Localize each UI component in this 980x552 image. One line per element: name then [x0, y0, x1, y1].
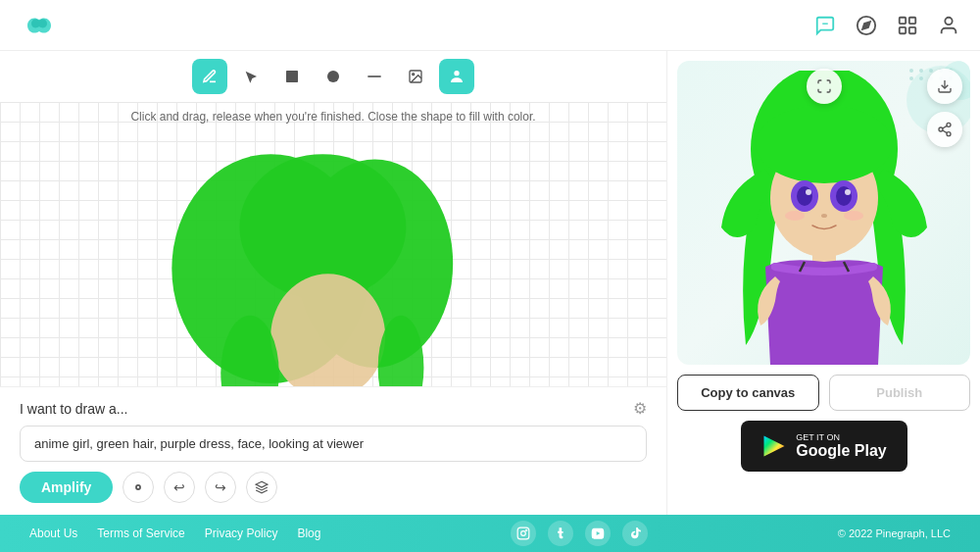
- action-buttons: Copy to canvas Publish: [677, 375, 970, 411]
- prompt-input[interactable]: [20, 426, 647, 462]
- rectangle-tool-button[interactable]: [274, 59, 310, 94]
- toolbar: [0, 51, 666, 102]
- menu-icon[interactable]: [896, 14, 919, 37]
- footer-copyright: © 2022 Pinegraph, LLC: [838, 527, 951, 539]
- google-play-badge[interactable]: GET IT ON Google Play: [741, 421, 907, 472]
- youtube-icon[interactable]: [585, 521, 611, 546]
- svg-rect-8: [286, 71, 298, 82]
- footer: About Us Terms of Service Privacy Policy…: [0, 515, 980, 552]
- footer-link-blog[interactable]: Blog: [297, 527, 320, 540]
- prompt-panel: I want to draw a... ⚙ Amplify ↩ ↪: [0, 386, 666, 515]
- footer-link-terms[interactable]: Terms of Service: [97, 527, 184, 540]
- svg-point-58: [526, 529, 527, 530]
- select-tool-button[interactable]: [233, 59, 269, 94]
- svg-rect-5: [900, 26, 906, 32]
- svg-rect-6: [909, 26, 915, 32]
- character-tool-button[interactable]: [439, 59, 474, 94]
- svg-line-54: [943, 130, 948, 133]
- tumblr-icon[interactable]: [548, 521, 573, 546]
- prompt-label: I want to draw a... ⚙: [20, 399, 647, 418]
- svg-line-55: [943, 125, 948, 128]
- preview-container: [677, 61, 970, 365]
- svg-point-45: [785, 211, 805, 221]
- main-content: Click and drag, release when you're fini…: [0, 51, 980, 515]
- footer-link-about[interactable]: About Us: [29, 527, 77, 540]
- footer-link-privacy[interactable]: Privacy Policy: [205, 527, 278, 540]
- svg-point-37: [756, 105, 893, 183]
- expand-button[interactable]: [807, 69, 842, 104]
- svg-point-52: [939, 127, 943, 131]
- tiktok-icon[interactable]: [622, 521, 648, 546]
- pen-tool-button[interactable]: [192, 59, 227, 94]
- copy-to-canvas-button[interactable]: Copy to canvas: [677, 375, 819, 411]
- google-play-store-text: Google Play: [796, 442, 886, 460]
- publish-button[interactable]: Publish: [829, 375, 971, 411]
- svg-point-51: [947, 123, 951, 126]
- svg-point-43: [845, 189, 851, 195]
- svg-point-12: [413, 74, 415, 75]
- header: [0, 0, 980, 51]
- header-icons: [813, 14, 960, 37]
- svg-point-40: [797, 186, 812, 206]
- compass-icon[interactable]: [855, 14, 878, 37]
- footer-social: [511, 521, 648, 546]
- svg-point-7: [945, 17, 952, 24]
- google-play-pre-text: GET IT ON: [796, 432, 886, 442]
- generate-button[interactable]: [246, 472, 277, 503]
- preview-top-controls: [807, 69, 842, 104]
- right-panel: Copy to canvas Publish GET IT ON: [666, 51, 980, 515]
- download-button[interactable]: [927, 69, 962, 104]
- svg-point-9: [327, 71, 339, 82]
- preview-controls: [927, 69, 962, 147]
- canvas-sketch: [0, 102, 666, 386]
- prompt-actions: Amplify ↩ ↪: [20, 472, 647, 503]
- logo[interactable]: [20, 12, 59, 39]
- svg-point-42: [806, 189, 811, 195]
- amplify-button[interactable]: Amplify: [20, 472, 113, 503]
- svg-point-46: [844, 211, 863, 221]
- svg-rect-56: [517, 527, 529, 539]
- user-icon[interactable]: [937, 14, 960, 37]
- footer-links: About Us Terms of Service Privacy Policy…: [29, 527, 320, 540]
- svg-point-22: [137, 486, 139, 488]
- prompt-label-text: I want to draw a...: [20, 401, 128, 417]
- chat-icon[interactable]: [813, 14, 837, 37]
- google-play-icon: [760, 432, 788, 460]
- svg-point-13: [454, 71, 459, 75]
- instagram-icon[interactable]: [511, 521, 536, 546]
- image-tool-button[interactable]: [398, 59, 433, 94]
- svg-point-53: [947, 132, 951, 136]
- svg-point-41: [836, 186, 852, 206]
- undo-button[interactable]: ↩: [164, 472, 195, 503]
- share-button[interactable]: [927, 112, 962, 147]
- anime-character: [707, 71, 942, 365]
- svg-point-44: [821, 214, 827, 218]
- line-tool-button[interactable]: [357, 59, 392, 94]
- svg-marker-2: [862, 22, 870, 29]
- google-play-text: GET IT ON Google Play: [796, 432, 886, 460]
- circle-tool-button[interactable]: [316, 59, 351, 94]
- redo-button[interactable]: ↪: [205, 472, 236, 503]
- svg-rect-4: [909, 17, 915, 23]
- svg-point-57: [521, 531, 526, 536]
- canvas-panel: Click and drag, release when you're fini…: [0, 51, 666, 515]
- style-button[interactable]: [122, 472, 154, 503]
- settings-icon[interactable]: ⚙: [633, 399, 647, 418]
- svg-rect-3: [900, 17, 906, 23]
- canvas-area[interactable]: Click and drag, release when you're fini…: [0, 102, 666, 386]
